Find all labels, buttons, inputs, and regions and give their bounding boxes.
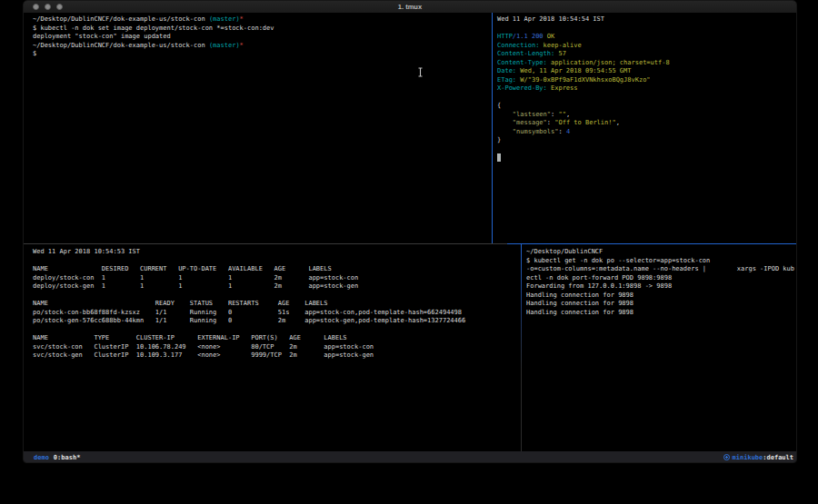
- terminal-line: HTTP/1.1 200 OK: [497, 33, 794, 42]
- terminal-line: Content-Length: 57: [497, 50, 794, 59]
- terminal-line: Content-Type: application/json; charset=…: [497, 59, 794, 68]
- terminal-line: Handling connection for 9898: [526, 309, 794, 318]
- terminal-line: svc/stock-con ClusterIP 10.106.78.249 <n…: [33, 343, 517, 352]
- terminal-line: [33, 292, 517, 301]
- terminal-line: Wed 11 Apr 2018 10:54:53 IST: [33, 248, 517, 257]
- terminal-line: }: [497, 136, 794, 145]
- terminal-line: NAME DESIRED CURRENT UP-TO-DATE AVAILABL…: [33, 265, 517, 274]
- terminal-line: [497, 145, 794, 154]
- terminal-line: deployment "stock-con" image updated: [33, 33, 486, 42]
- terminal-line: -o=custom-columns=:metadata.name --no-he…: [526, 265, 794, 274]
- title-bar[interactable]: 1. tmux: [24, 1, 796, 14]
- pane-top-right[interactable]: Wed 11 Apr 2018 10:54:54 IST HTTP/1.1 20…: [493, 13, 797, 243]
- terminal-line: ~/Desktop/DublinCNCF/dok-example-us/stoc…: [33, 15, 486, 25]
- window-tab-bash[interactable]: 0:bash*: [54, 454, 81, 461]
- terminal-line: po/stock-con-bb68f88fd-kzsxz 1/1 Running…: [33, 309, 517, 318]
- terminal-line: deploy/stock-gen 1 1 1 1 2m app=stock-ge…: [33, 282, 517, 292]
- status-left: demo 0:bash*: [34, 454, 80, 461]
- terminal-line: [33, 326, 517, 335]
- terminal-line: Handling connection for 9898: [526, 292, 794, 301]
- session-name: demo: [34, 454, 49, 461]
- terminal-line: NAME TYPE CLUSTER-IP EXTERNAL-IP PORT(S)…: [33, 334, 517, 343]
- terminal-window: 1. tmux ~/Desktop/DublinCNCF/dok-example…: [23, 0, 797, 463]
- terminal-line: {: [497, 102, 794, 111]
- terminal-line: svc/stock-gen ClusterIP 10.109.3.177 <no…: [33, 351, 517, 361]
- terminal-line: $ kubectl -n dok set image deployment/st…: [33, 25, 486, 34]
- terminal-line: Connection: keep-alive: [497, 42, 794, 51]
- terminal-line: NAME READY STATUS RESTARTS AGE LABELS: [33, 300, 517, 309]
- terminal-line: [497, 25, 794, 34]
- terminal-line: [33, 257, 517, 266]
- pane-top-left[interactable]: ~/Desktop/DublinCNCF/dok-example-us/stoc…: [24, 13, 492, 243]
- kubernetes-wheel-icon: [723, 454, 730, 460]
- terminal-line: ETag: W/"39-0xBPf9aF1dXVNkhsxoBQgJ8vKzo": [497, 76, 794, 85]
- terminal-line: Wed 11 Apr 2018 10:54:54 IST: [497, 15, 794, 25]
- terminal-line: [497, 153, 794, 163]
- close-button[interactable]: [33, 4, 39, 10]
- terminal-line: Forwarding from 127.0.0.1:9898 -> 9898: [526, 282, 794, 292]
- terminal-line: "message": "Off to Berlin!",: [497, 119, 794, 128]
- zoom-button[interactable]: [56, 4, 63, 10]
- status-right: minikube :default: [723, 454, 793, 461]
- terminal-line: ~/Desktop/DublinCNCF: [526, 248, 794, 257]
- terminal-line: X-Powered-By: Express: [497, 84, 794, 94]
- terminal-line: "numsymbols": 4: [497, 128, 794, 137]
- terminal-line: Handling connection for 9898: [526, 300, 794, 309]
- ibeam-text-cursor: [417, 67, 424, 77]
- window-title: 1. tmux: [398, 3, 422, 11]
- terminal-line: ~/Desktop/DublinCNCF/dok-example-us/stoc…: [33, 42, 486, 51]
- minimize-button[interactable]: [45, 4, 51, 10]
- tmux-status-bar: demo 0:bash* minikube :default: [24, 451, 796, 463]
- desktop-background: 1. tmux ~/Desktop/DublinCNCF/dok-example…: [0, 0, 818, 504]
- pane-bottom-left[interactable]: Wed 11 Apr 2018 10:54:53 IST NAME DESIRE…: [24, 244, 521, 451]
- terminal-line: Date: Wed, 11 Apr 2018 09:54:55 GMT: [497, 67, 794, 76]
- pane-bottom-right[interactable]: ~/Desktop/DublinCNCF$ kubectl get -n dok…: [522, 244, 797, 451]
- terminal-line: $ kubectl get -n dok po --selector=app=s…: [526, 257, 794, 266]
- traffic-lights: [33, 4, 63, 10]
- terminal-line: po/stock-gen-576cc688bb-44kmn 1/1 Runnin…: [33, 317, 517, 326]
- terminal-line: deploy/stock-con 1 1 1 1 2m app=stock-co…: [33, 274, 517, 283]
- kube-context: minikube: [733, 454, 763, 461]
- terminal-line: ectl -n dok port-forward POD 9898:9898: [526, 274, 794, 283]
- terminal-line: "lastseen": "",: [497, 111, 794, 120]
- terminal-line: $: [33, 50, 486, 59]
- kube-namespace: :default: [763, 454, 793, 461]
- terminal-line: [497, 94, 794, 103]
